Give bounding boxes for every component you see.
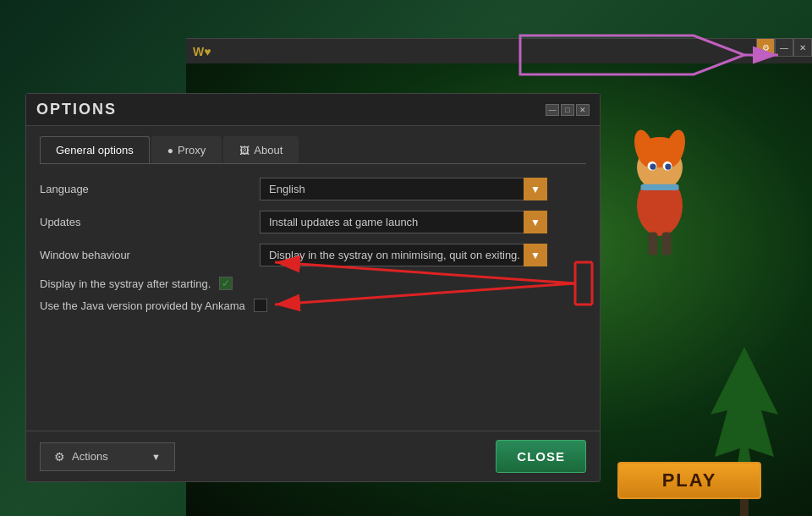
dialog-minimize-btn[interactable]: — xyxy=(546,104,559,116)
language-control: English French German ▼ xyxy=(260,178,586,200)
systray-checkbox[interactable]: ✓ xyxy=(219,277,233,290)
close-button[interactable]: CLOSE xyxy=(496,440,586,473)
java-label: Use the Java version provided by Ankama xyxy=(40,299,245,312)
updates-row: Updates Install updates at game launch N… xyxy=(40,211,586,233)
updates-label: Updates xyxy=(40,216,260,228)
svg-point-7 xyxy=(650,164,656,170)
svg-rect-10 xyxy=(662,233,672,255)
dialog-close-btn[interactable]: ✕ xyxy=(576,104,590,116)
dialog-window-controls: — □ ✕ xyxy=(546,104,590,116)
about-tab-label: About xyxy=(254,144,283,156)
tab-general-options[interactable]: General options xyxy=(40,136,150,163)
dialog-titlebar: OPTIONS — □ ✕ xyxy=(26,94,600,126)
language-select-wrapper: English French German ▼ xyxy=(260,178,547,200)
bg-titlebar: W♥ xyxy=(186,38,812,63)
svg-point-8 xyxy=(665,164,671,170)
window-select-wrapper: Display in the systray on minimising, qu… xyxy=(260,244,547,266)
java-row: Use the Java version provided by Ankama xyxy=(40,299,586,312)
tab-about[interactable]: 🖼 About xyxy=(223,136,299,163)
language-label: Language xyxy=(40,183,260,195)
language-select[interactable]: English French German xyxy=(260,178,547,200)
window-behaviour-select[interactable]: Display in the systray on minimising, qu… xyxy=(260,244,547,266)
dialog-maximize-btn[interactable]: □ xyxy=(561,104,574,116)
systray-row: Display in the systray after starting. ✓ xyxy=(40,277,586,290)
bg-settings-btn[interactable]: ⚙ xyxy=(756,38,775,57)
tab-proxy[interactable]: ● Proxy xyxy=(151,136,222,163)
window-behaviour-row: Window behaviour Display in the systray … xyxy=(40,244,586,266)
svg-rect-9 xyxy=(649,233,658,255)
dialog-body: General options ● Proxy 🖼 About Language… xyxy=(26,126,600,431)
java-checkbox[interactable] xyxy=(254,299,267,312)
game-character xyxy=(609,114,710,266)
updates-control: Install updates at game launch Never ins… xyxy=(260,211,586,233)
actions-dropdown-arrow: ▼ xyxy=(151,452,161,462)
actions-button[interactable]: ⚙ Actions ▼ xyxy=(40,442,175,471)
window-behaviour-control: Display in the systray on minimising, qu… xyxy=(260,244,586,266)
play-button[interactable]: PLAY xyxy=(617,462,761,499)
language-row: Language English French German ▼ xyxy=(40,178,586,200)
svg-marker-13 xyxy=(710,347,778,474)
dialog-title: OPTIONS xyxy=(36,101,117,118)
tab-bar: General options ● Proxy 🖼 About xyxy=(40,136,586,164)
proxy-icon: ● xyxy=(167,145,173,156)
about-icon: 🖼 xyxy=(239,145,250,156)
bg-close-btn[interactable]: ✕ xyxy=(793,38,812,57)
bg-minimize-btn[interactable]: — xyxy=(775,38,793,57)
proxy-tab-label: Proxy xyxy=(178,144,206,156)
updates-select[interactable]: Install updates at game launch Never ins… xyxy=(260,211,547,233)
systray-label: Display in the systray after starting. xyxy=(40,277,211,290)
svg-rect-11 xyxy=(641,184,679,190)
bg-window-controls: ⚙ — ✕ xyxy=(756,38,812,57)
window-behaviour-label: Window behaviour xyxy=(40,249,260,261)
bg-logo: W♥ xyxy=(193,45,211,58)
options-dialog: OPTIONS — □ ✕ General options ● Proxy 🖼 … xyxy=(25,93,601,482)
updates-select-wrapper: Install updates at game launch Never ins… xyxy=(260,211,547,233)
gear-icon: ⚙ xyxy=(54,450,65,464)
general-tab-label: General options xyxy=(56,144,134,156)
systray-check-icon: ✓ xyxy=(222,277,230,289)
actions-label: Actions xyxy=(72,450,108,463)
dialog-footer: ⚙ Actions ▼ CLOSE xyxy=(26,431,600,481)
